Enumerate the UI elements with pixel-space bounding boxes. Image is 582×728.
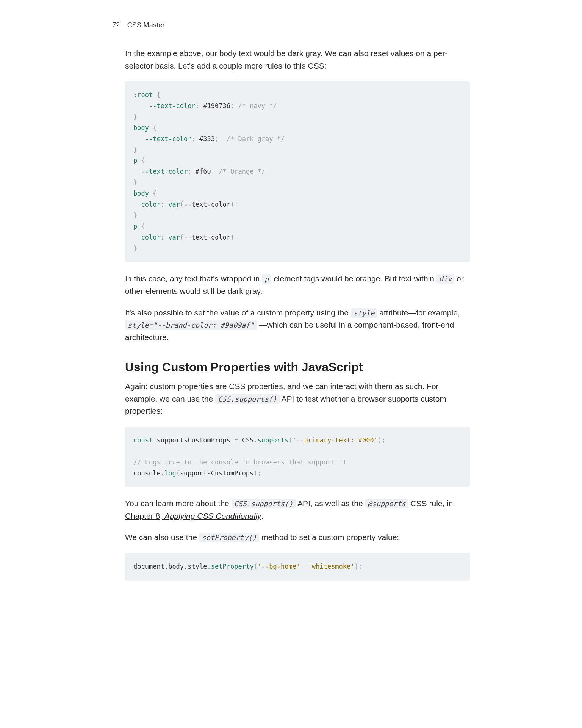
code-token: body: [133, 124, 149, 132]
code-token: /* Orange */: [219, 168, 265, 175]
code-token: }: [133, 212, 137, 219]
code-token: document: [133, 563, 164, 570]
code-token: {: [153, 91, 160, 99]
code-token: [133, 135, 145, 143]
code-token: '--primary-text: #000': [293, 436, 378, 444]
text-run: .: [261, 511, 264, 520]
code-token: /* Dark gray */: [227, 135, 285, 143]
code-token: [133, 201, 141, 208]
code-token: ,: [300, 563, 304, 570]
code-block-js: const supportsCustomProps = CSS.supports…: [125, 427, 470, 487]
code-token: // Logs true to the console in browsers …: [133, 458, 347, 466]
code-token: .: [253, 436, 257, 444]
code-token: ;: [234, 201, 238, 208]
cross-reference-link[interactable]: Chapter 8, Applying CSS Conditionally: [125, 511, 261, 520]
paragraph: It's also possible to set the value of a…: [125, 307, 470, 344]
code-token: =: [234, 436, 238, 444]
code-token: var: [168, 201, 180, 208]
code-token: }: [133, 245, 137, 252]
code-token: body: [168, 563, 184, 570]
text-run: We can also use the: [125, 533, 199, 541]
inline-code: CSS.supports(): [232, 499, 296, 508]
code-token: :: [196, 102, 203, 110]
code-token: ;: [382, 436, 385, 444]
code-token: [230, 436, 234, 444]
code-token: setProperty: [211, 563, 254, 570]
text-run: In this case, any text that's wrapped in: [125, 274, 262, 283]
code-token: CSS: [242, 436, 254, 444]
code-token: p: [133, 223, 137, 230]
code-token: [215, 168, 219, 175]
code-token: supports: [258, 436, 289, 444]
code-token: .: [184, 563, 188, 570]
book-title: CSS Master: [127, 21, 165, 29]
paragraph: Again: custom properties are CSS propert…: [125, 380, 470, 417]
code-token: (: [176, 469, 180, 477]
code-token: {: [149, 190, 156, 197]
code-token: /* navy */: [238, 102, 277, 110]
inline-code: CSS.supports(): [215, 394, 280, 404]
code-token: color: [141, 201, 160, 208]
inline-code: p: [262, 274, 271, 284]
code-token: supportsCustomProps: [156, 436, 230, 444]
code-token: #190736: [203, 102, 230, 110]
code-token: --text-color: [145, 135, 192, 143]
code-token: ): [378, 436, 382, 444]
page-number: 72: [112, 21, 120, 29]
code-token: (: [180, 234, 184, 241]
code-token: ;: [258, 469, 261, 477]
paragraph: In the example above, our body text woul…: [125, 47, 470, 72]
code-token: ): [230, 201, 234, 208]
code-token: const: [133, 436, 153, 444]
code-token: .: [207, 563, 211, 570]
code-token: {: [137, 157, 145, 164]
code-token: --text-color: [141, 168, 188, 175]
code-token: .: [161, 469, 164, 477]
code-token: supportsCustomProps: [180, 469, 253, 477]
code-token: log: [164, 469, 176, 477]
code-token: (: [180, 201, 184, 208]
section-heading: Using Custom Properties with JavaScript: [125, 360, 470, 374]
code-token: [133, 168, 141, 175]
code-token: var: [168, 234, 180, 241]
code-token: (: [289, 436, 293, 444]
code-token: [304, 563, 308, 570]
code-token: .: [164, 563, 168, 570]
code-token: [234, 102, 238, 110]
code-token: [153, 436, 156, 444]
paragraph: You can learn more about the CSS.support…: [125, 497, 470, 522]
inline-code: div: [436, 274, 454, 284]
running-header: 72 CSS Master: [112, 21, 470, 29]
text-run: method to set a custom property value:: [259, 533, 399, 541]
code-token: :: [188, 168, 195, 175]
page-content: In the example above, our body text woul…: [125, 47, 470, 581]
code-token: style: [188, 563, 207, 570]
code-token: [133, 102, 149, 110]
text-run: CSS rule, in: [408, 499, 453, 508]
code-token: ): [253, 469, 257, 477]
inline-code: style: [351, 308, 377, 318]
code-token: [238, 436, 242, 444]
code-token: :: [192, 135, 199, 143]
code-token: [219, 135, 226, 143]
inline-code: style="--brand-color: #9a09af": [125, 320, 257, 330]
code-token: :: [161, 234, 168, 241]
code-token: body: [133, 190, 149, 197]
link-text: Chapter 8,: [125, 511, 164, 520]
page: 72 CSS Master In the example above, our …: [97, 0, 485, 621]
code-token: color: [141, 234, 160, 241]
code-token: --text-color: [184, 234, 230, 241]
code-block-css: :root { --text-color: #190736; /* navy *…: [125, 81, 470, 262]
code-token: --text-color: [184, 201, 230, 208]
text-run: attribute—for example,: [377, 308, 460, 317]
code-token: --text-color: [149, 102, 196, 110]
code-token: #f60: [196, 168, 211, 175]
code-token: ;: [211, 168, 215, 175]
text-run: element tags would be orange. But text w…: [271, 274, 436, 283]
code-token: ;: [215, 135, 219, 143]
text-run: You can learn more about the: [125, 499, 232, 508]
code-token: '--bg-home': [258, 563, 300, 570]
code-token: ): [230, 234, 234, 241]
code-token: {: [149, 124, 156, 132]
code-token: :: [161, 201, 168, 208]
